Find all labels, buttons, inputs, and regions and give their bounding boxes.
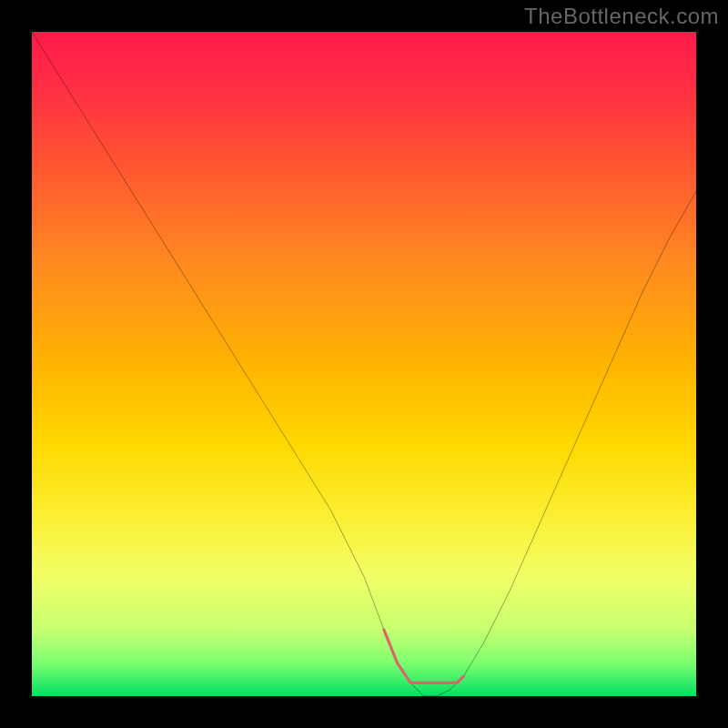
chart-frame: TheBottleneck.com	[0, 0, 728, 728]
plot-background	[32, 32, 696, 696]
bottleneck-plot	[32, 32, 696, 696]
watermark-text: TheBottleneck.com	[524, 4, 719, 29]
